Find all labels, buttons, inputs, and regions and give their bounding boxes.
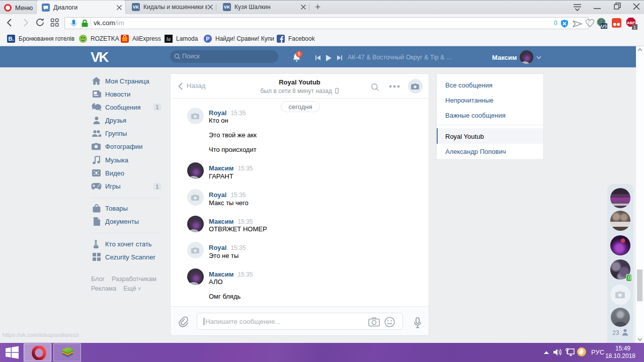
svg-text:B.: B. [9,36,14,42]
svg-text:P: P [206,36,209,42]
svg-text:la: la [167,36,171,42]
svg-text:US: US [601,24,607,29]
svg-text:1: 1 [633,25,636,30]
